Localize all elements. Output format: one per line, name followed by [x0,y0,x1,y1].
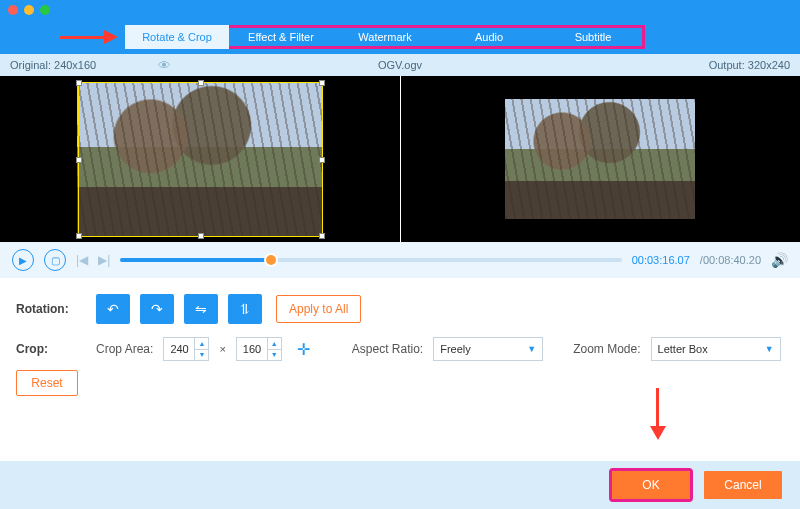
cancel-button[interactable]: Cancel [704,471,782,499]
stop-button[interactable]: ▢ [44,249,66,271]
crop-width-input[interactable]: 240 ▲▼ [163,337,209,361]
reset-label: Reset [31,376,62,390]
titlebar [0,0,800,20]
chevron-down-icon: ▼ [527,344,536,354]
ok-label: OK [642,478,659,492]
crop-height-input[interactable]: 160 ▲▼ [236,337,282,361]
crop-handle-mr[interactable] [319,157,325,163]
preview-toggle-icon[interactable]: 👁 [158,58,171,73]
tab-watermark[interactable]: Watermark [333,25,437,49]
play-button[interactable]: ▶ [12,249,34,271]
tab-label: Effect & Filter [248,31,314,43]
tab-subtitle[interactable]: Subtitle [541,25,645,49]
output-size-label: Output: 320x240 [709,59,790,71]
seek-fill [120,258,270,262]
crop-handle-br[interactable] [319,233,325,239]
zoom-mode-select[interactable]: Letter Box▼ [651,337,781,361]
minimize-window-button[interactable] [24,5,34,15]
crop-handle-tr[interactable] [319,80,325,86]
tab-audio[interactable]: Audio [437,25,541,49]
volume-icon[interactable]: 🔊 [771,252,788,268]
tab-label: Audio [475,31,503,43]
flip-horizontal-button[interactable]: ⇋ [184,294,218,324]
aspect-ratio-value: Freely [440,343,471,355]
preview-output [401,76,801,242]
seek-knob[interactable] [264,253,278,267]
time-current: 00:03:16.07 [632,254,690,266]
crop-handle-tm[interactable] [198,80,204,86]
crop-height-value: 160 [243,343,261,355]
crop-width-value: 240 [170,343,188,355]
info-bar: Original: 240x160 👁 OGV.ogv Output: 320x… [0,54,800,76]
crop-height-down[interactable]: ▼ [267,350,281,361]
crop-rectangle[interactable] [78,82,323,237]
crop-label: Crop: [16,342,86,356]
crop-center-button[interactable]: ✛ [292,337,316,361]
editor-tabbar: Rotate & Crop Effect & Filter Watermark … [0,20,800,54]
prev-frame-button[interactable]: |◀ [76,253,88,267]
crop-times: × [219,343,225,355]
reset-button[interactable]: Reset [16,370,78,396]
crop-area-label: Crop Area: [96,342,153,356]
apply-to-all-button[interactable]: Apply to All [276,295,361,323]
zoom-mode-value: Letter Box [658,343,708,355]
annotation-arrow-tabs [60,30,120,44]
footer: OK Cancel [0,461,800,509]
tab-label: Rotate & Crop [142,31,212,43]
rotate-left-button[interactable]: ↶ [96,294,130,324]
rotate-right-button[interactable]: ↷ [140,294,174,324]
ok-button[interactable]: OK [612,471,690,499]
apply-all-label: Apply to All [289,302,348,316]
playback-bar: ▶ ▢ |◀ ▶| 00:03:16.07/00:08:40.20 🔊 [0,242,800,278]
output-frame [505,99,695,219]
aspect-ratio-select[interactable]: Freely▼ [433,337,543,361]
rotation-label: Rotation: [16,302,86,316]
crop-handle-ml[interactable] [76,157,82,163]
controls-panel: Rotation: ↶ ↷ ⇋ ⥮ Apply to All Crop: Cro… [0,278,800,396]
filename-label: OGV.ogv [0,59,800,71]
aspect-ratio-label: Aspect Ratio: [352,342,423,356]
tab-rotate-crop[interactable]: Rotate & Crop [125,25,229,49]
preview-source [0,76,400,242]
tab-label: Watermark [358,31,411,43]
time-duration: /00:08:40.20 [700,254,761,266]
crop-handle-bl[interactable] [76,233,82,239]
crop-handle-bm[interactable] [198,233,204,239]
cancel-label: Cancel [724,478,761,492]
preview-row [0,76,800,242]
original-size-label: Original: 240x160 [10,59,96,71]
maximize-window-button[interactable] [40,5,50,15]
next-frame-button[interactable]: ▶| [98,253,110,267]
crop-height-up[interactable]: ▲ [267,338,281,350]
zoom-mode-label: Zoom Mode: [573,342,640,356]
chevron-down-icon: ▼ [765,344,774,354]
tab-label: Subtitle [575,31,612,43]
seek-track[interactable] [120,258,621,262]
crop-handle-tl[interactable] [76,80,82,86]
close-window-button[interactable] [8,5,18,15]
tab-effect-filter[interactable]: Effect & Filter [229,25,333,49]
crop-width-up[interactable]: ▲ [194,338,208,350]
flip-vertical-button[interactable]: ⥮ [228,294,262,324]
annotation-arrow-ok [650,388,666,442]
crop-width-down[interactable]: ▼ [194,350,208,361]
